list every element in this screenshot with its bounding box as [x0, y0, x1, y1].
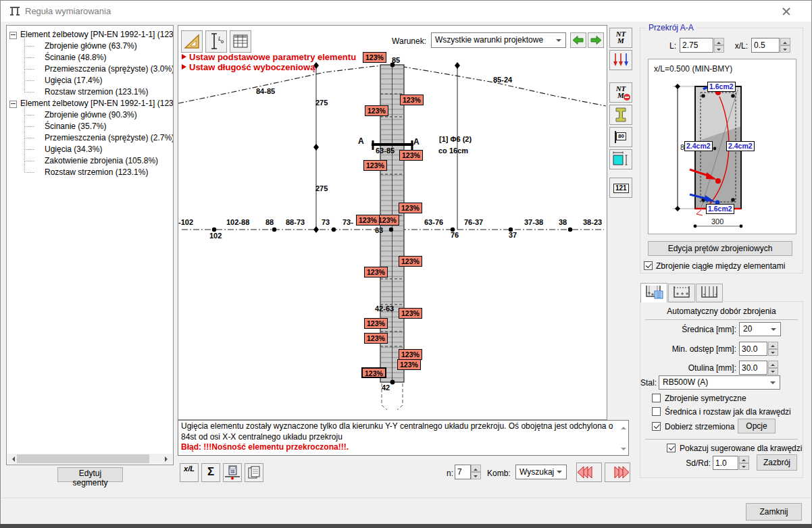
utilization-label[interactable]: 123% — [399, 256, 422, 267]
utilization-label[interactable]: 123% — [365, 105, 388, 116]
symmetric-checkbox[interactable] — [652, 394, 661, 402]
utilization-label[interactable]: 123% — [399, 349, 422, 360]
scroll-right-icon[interactable] — [165, 456, 170, 462]
sum-button[interactable]: Σ — [201, 463, 220, 482]
prev-condition-button[interactable] — [570, 32, 586, 48]
scroll-left-icon[interactable] — [9, 456, 15, 462]
reinforce-button[interactable]: Zazbrój — [757, 454, 797, 471]
spin-up-icon[interactable] — [739, 456, 749, 463]
sdrd-spinner[interactable] — [739, 456, 749, 470]
section-group-title: Przekrój A-A — [646, 23, 696, 32]
edit-rebar-button[interactable]: Edycja prętów zbrojeniowych — [648, 241, 792, 256]
spacing-spinner[interactable] — [768, 342, 778, 356]
drawing-label: A — [358, 136, 364, 146]
utilization-label[interactable]: 123% — [397, 359, 421, 370]
spin-down-icon[interactable] — [739, 463, 749, 471]
n-spinner[interactable] — [471, 465, 481, 479]
spacing-input[interactable] — [739, 342, 767, 356]
cyan-section-icon — [610, 150, 632, 169]
utilization-label[interactable]: 123% — [399, 203, 422, 213]
close-button[interactable]: Zamknij — [746, 503, 802, 521]
spin-down-icon[interactable] — [714, 45, 724, 53]
tab-bar-layout[interactable] — [696, 284, 723, 302]
utilization-label[interactable]: 123% — [364, 333, 388, 344]
drawing-label: [1] Φ6 (2) — [439, 135, 472, 143]
utilization-label[interactable]: 123% — [400, 95, 424, 105]
cover-spinner[interactable] — [768, 361, 778, 375]
steel-profile-button[interactable] — [609, 105, 632, 125]
spin-down-icon[interactable] — [780, 45, 790, 53]
loads-button[interactable] — [609, 50, 632, 70]
drawing-label: 275 — [315, 184, 328, 192]
utilization-label[interactable]: 123% — [399, 150, 423, 161]
copy-report-button[interactable] — [245, 463, 263, 482]
calc-point-button[interactable] — [223, 463, 242, 482]
scrollbar-thumb[interactable] — [17, 454, 149, 463]
last-combination-button[interactable] — [605, 463, 630, 482]
n-input[interactable] — [455, 465, 471, 479]
sdrd-input[interactable] — [713, 456, 738, 470]
ntm-off-button[interactable]: NT M — [609, 82, 632, 103]
measure-tool-button[interactable] — [181, 30, 203, 53]
first-combination-button[interactable] — [576, 463, 602, 482]
cover-input[interactable] — [739, 361, 767, 375]
spin-up-icon[interactable] — [780, 38, 790, 45]
steel-select[interactable]: RB500W (A) — [659, 375, 780, 390]
utilization-label[interactable]: 123% — [363, 160, 387, 171]
disabled-badge-icon — [624, 94, 630, 101]
node-numbers-button[interactable]: 80 — [609, 127, 632, 147]
xL-input[interactable] — [751, 38, 780, 53]
diameter-select[interactable]: 20 — [739, 322, 781, 336]
condition-select[interactable]: Wszystkie warunki projektowe — [431, 32, 566, 48]
continuous-rebar-checkbox[interactable] — [644, 261, 653, 270]
utilization-label[interactable]: 123% — [356, 215, 380, 226]
komb-select[interactable]: Wyszukaj — [515, 465, 567, 479]
edit-segments-button[interactable]: Edytuj segmenty — [57, 467, 123, 482]
L-input[interactable] — [680, 38, 713, 53]
collapse-icon[interactable] — [9, 32, 17, 39]
stirrups-checkbox[interactable] — [652, 422, 661, 431]
xl-mode-button[interactable]: x/L — [180, 463, 199, 482]
tab-auto-reinforcement[interactable] — [640, 283, 667, 302]
stirrups-label: Dobierz strzemiona — [665, 422, 734, 431]
footer-divider — [1, 498, 811, 498]
tree-horizontal-scrollbar[interactable] — [7, 454, 172, 464]
bar-numbers-button[interactable]: 121 — [609, 178, 632, 198]
tab-edge-reinforcement[interactable] — [668, 284, 695, 302]
xL-spinner[interactable] — [780, 38, 790, 53]
drawing-label: 102-88 — [226, 218, 249, 226]
utilization-label[interactable]: 123% — [363, 52, 386, 63]
spin-down-icon[interactable] — [471, 472, 481, 479]
show-suggested-checkbox[interactable] — [667, 444, 676, 452]
table-icon — [230, 31, 251, 52]
collapse-icon[interactable] — [9, 101, 17, 108]
warning-message: Ustaw podstawowe parametry elementu — [182, 52, 356, 62]
drawing-label: 88 — [265, 218, 274, 226]
buckling-length-button[interactable]: L — [205, 30, 227, 53]
drawing-label: 42 — [382, 384, 390, 392]
spin-down-icon[interactable] — [768, 349, 778, 357]
results-table-button[interactable] — [230, 30, 251, 53]
section-dimensions-button[interactable] — [609, 149, 632, 169]
spin-up-icon[interactable] — [768, 342, 778, 349]
tree-child-item[interactable]: Rozstaw strzemion (123.1%) — [9, 167, 173, 178]
spin-up-icon[interactable] — [714, 38, 724, 45]
next-condition-button[interactable] — [588, 32, 604, 48]
121-icon: 121 — [613, 184, 629, 193]
tree-child-item[interactable]: Rozstaw strzemion (123.1%) — [9, 86, 173, 98]
utilization-label[interactable]: 123% — [399, 308, 422, 319]
options-button[interactable]: Opcje — [738, 419, 776, 433]
title-bar: Reguła wymiarowania — [1, 1, 811, 22]
utilization-label[interactable]: 123% — [364, 267, 388, 278]
utilization-label[interactable]: 123% — [364, 318, 388, 329]
msg-scroll-up-icon[interactable] — [621, 424, 626, 429]
spin-down-icon[interactable] — [768, 368, 778, 375]
spin-up-icon[interactable] — [768, 361, 778, 368]
close-icon[interactable] — [779, 5, 794, 18]
utilization-label[interactable]: 123% — [361, 367, 386, 378]
spin-up-icon[interactable] — [471, 465, 481, 472]
L-spinner[interactable] — [714, 38, 724, 53]
ntm-diagram-button[interactable]: NT M — [609, 28, 632, 48]
msg-scroll-down-icon[interactable] — [621, 448, 626, 453]
same-as-edge-checkbox[interactable] — [652, 407, 661, 416]
